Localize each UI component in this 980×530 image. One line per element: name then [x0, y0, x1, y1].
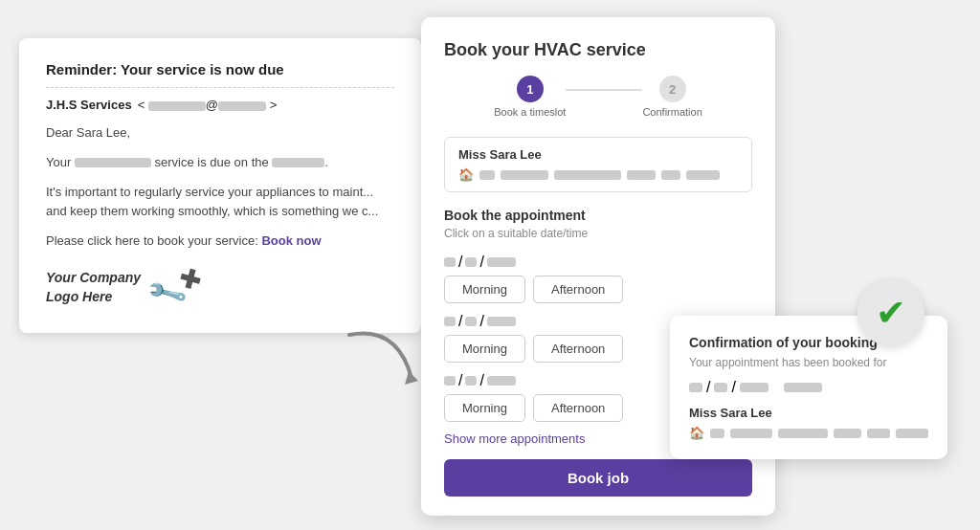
customer-card: Miss Sara Lee 🏠	[444, 137, 752, 192]
booking-title: Book your HVAC service	[444, 40, 752, 60]
email-sender-address: < @ >	[138, 98, 278, 112]
step-1-label: Book a timeslot	[494, 106, 566, 118]
email-greeting: Dear Sara Lee,	[46, 123, 394, 144]
wrench-icon: 🔧✖	[145, 260, 209, 316]
logo-line1: Your Company	[46, 269, 141, 288]
email-logo: Your Company Logo Here 🔧✖	[46, 269, 394, 306]
email-body-line2: It's important to regularly service your…	[46, 183, 394, 223]
step-2-circle: 2	[659, 76, 686, 102]
morning-btn-3[interactable]: Morning	[444, 394, 525, 422]
company-logo-text: Your Company Logo Here	[46, 269, 141, 306]
afternoon-btn-1[interactable]: Afternoon	[533, 276, 623, 303]
confirmation-panel: ✔ Confirmation of your booking Your appo…	[670, 316, 947, 459]
confirm-customer-name: Miss Sara Lee	[689, 406, 928, 420]
afternoon-btn-3[interactable]: Afternoon	[533, 394, 623, 422]
email-from: J.H.S Services < @ >	[46, 98, 394, 112]
confirm-home-icon: 🏠	[689, 426, 704, 440]
step-1: 1 Book a timeslot	[494, 76, 566, 118]
appt-buttons-1: Morning Afternoon	[444, 276, 752, 303]
home-icon: 🏠	[458, 167, 474, 182]
confirm-address: 🏠	[689, 426, 928, 440]
arrow-svg	[340, 325, 435, 392]
email-body-line1: Your service is due on the .	[46, 153, 394, 173]
customer-name: Miss Sara Lee	[458, 147, 738, 162]
confirm-date: //	[689, 379, 928, 396]
appt-title: Book the appointment	[444, 208, 752, 223]
step-connector	[566, 89, 642, 91]
morning-btn-1[interactable]: Morning	[444, 276, 525, 303]
confirm-subtitle: Your appointment has been booked for	[689, 356, 928, 369]
email-body: Dear Sara Lee, Your service is due on th…	[46, 123, 394, 252]
checkmark-icon: ✔	[876, 295, 906, 331]
appt-subtitle: Click on a suitable date/time	[444, 227, 752, 240]
step-2-label: Confirmation	[642, 106, 702, 118]
customer-address: 🏠	[458, 167, 738, 182]
book-now-link[interactable]: Book now	[261, 233, 321, 248]
email-panel: Reminder: Your service is now due J.H.S …	[19, 38, 421, 333]
morning-btn-2[interactable]: Morning	[444, 335, 525, 363]
book-job-button[interactable]: Book job	[444, 459, 752, 497]
email-subject: Reminder: Your service is now due	[46, 61, 394, 88]
afternoon-btn-2[interactable]: Afternoon	[533, 335, 623, 363]
arrow-decoration	[340, 325, 435, 396]
step-2: 2 Confirmation	[642, 76, 702, 118]
check-circle: ✔	[858, 279, 924, 346]
email-body-line3: Please click here to book your service: …	[46, 232, 394, 252]
step-1-circle: 1	[517, 76, 544, 102]
appt-date-1: //	[444, 254, 752, 271]
logo-line2: Logo Here	[46, 288, 141, 307]
stepper: 1 Book a timeslot 2 Confirmation	[444, 76, 752, 118]
appt-slot-1: // Morning Afternoon	[444, 254, 752, 303]
email-sender-name: J.H.S Services	[46, 98, 132, 112]
